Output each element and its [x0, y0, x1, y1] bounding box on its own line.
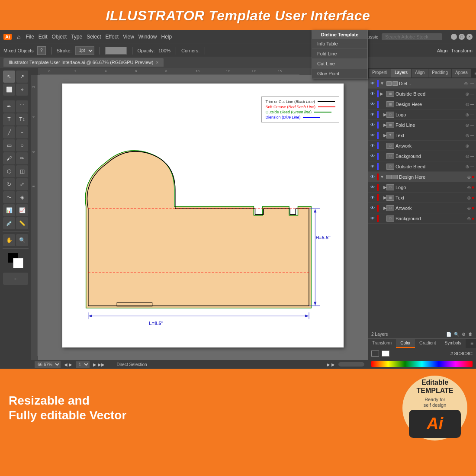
layer-outside-bleed-2[interactable]: 👁 ▶ □ Outside Bleed ◎ —	[368, 161, 476, 172]
layers-panel[interactable]: 👁 ▼ Diel... ◎ — 👁 ▶ ▦	[368, 78, 476, 330]
target-icon[interactable]: ◎	[467, 185, 471, 190]
white-swatch[interactable]	[382, 351, 389, 357]
tab-align[interactable]: Align	[412, 69, 428, 77]
lock-icon[interactable]: —	[470, 123, 474, 127]
background-swatch[interactable]	[13, 258, 23, 268]
line-tool[interactable]: ╱	[3, 126, 15, 138]
lock-icon[interactable]: ■	[472, 185, 474, 190]
hand-tool[interactable]: ✋	[3, 234, 15, 246]
eye-icon[interactable]: 👁	[370, 122, 376, 127]
expand-btn[interactable]: ▶	[380, 112, 385, 117]
minimize-button[interactable]: —	[451, 34, 457, 40]
layer-background-2[interactable]: 👁 ▶ □ Background ◎ ■	[368, 213, 476, 224]
curvature-tool[interactable]: ⌒	[16, 100, 28, 113]
panel-menu-icon[interactable]: ≡	[472, 69, 476, 77]
eye-icon[interactable]: 👁	[370, 164, 376, 169]
target-icon[interactable]: ◎	[466, 154, 469, 158]
eye-icon[interactable]: 👁	[370, 216, 376, 221]
lock-icon[interactable]: ■	[472, 206, 474, 210]
expand-btn[interactable]: ▶	[380, 206, 385, 210]
eye-icon[interactable]: 👁	[370, 91, 376, 96]
expand-btn[interactable]: ▶	[380, 133, 385, 138]
tab-properties[interactable]: Properti	[369, 69, 391, 77]
menu-view[interactable]: View	[123, 34, 134, 40]
fill-stroke-icon[interactable]	[371, 351, 379, 357]
ellipse-tool[interactable]: ○	[16, 139, 28, 151]
target-icon[interactable]: ◎	[466, 102, 469, 106]
pencil-tool[interactable]: ✏	[16, 152, 28, 164]
menu-type[interactable]: Type	[71, 34, 82, 40]
tab-padding[interactable]: Padding	[428, 69, 451, 77]
layer-fold-line[interactable]: 👁 ▶ ▦ Fold Line ◎ —	[368, 120, 476, 130]
layer-section-1-header[interactable]: 👁 ▼ Diel... ◎ —	[368, 78, 476, 89]
delete-layer-btn[interactable]: 🗑	[468, 332, 473, 337]
search-stock-input[interactable]	[382, 33, 442, 40]
eraser-tool[interactable]: ◫	[16, 165, 28, 177]
layer-design-here-1[interactable]: 👁 ▶ ▦ Design Here ◎ —	[368, 99, 476, 109]
lock-icon[interactable]: —	[470, 154, 474, 158]
artboard-tool[interactable]: ⬜	[3, 84, 15, 96]
zoom-select[interactable]: 66.67% 100% 50%	[35, 361, 61, 368]
target-icon[interactable]: ◎	[466, 164, 469, 169]
layer-background-1[interactable]: 👁 ▶ □ Background ◎ —	[368, 151, 476, 161]
eye-icon[interactable]: 👁	[370, 133, 376, 138]
direct-select-tool[interactable]: ↗	[16, 71, 28, 83]
layer-logo-1[interactable]: 👁 ▶ □ Logo ◎ —	[368, 109, 476, 120]
layer-artwork-1[interactable]: 👁 ▶ □ Artwork ◎ —	[368, 141, 476, 151]
layer-outside-bleed-1[interactable]: 👁 ▶ ▦ Outside Bleed ◎ —	[368, 89, 476, 99]
lasso-tool[interactable]: ⌖	[16, 84, 28, 96]
layer-section-2-header[interactable]: 👁 ▼ Design Here ◎ ■	[368, 172, 476, 182]
tab-appea[interactable]: Appea	[452, 69, 471, 77]
target-icon[interactable]: ◎	[466, 123, 469, 127]
target-icon[interactable]: ◎	[467, 216, 471, 221]
menu-select[interactable]: Select	[87, 34, 101, 40]
menu-window[interactable]: Window	[138, 34, 157, 40]
new-layer-btn[interactable]: 📄	[446, 332, 451, 337]
layer-target-icon[interactable]: ◎	[463, 81, 469, 86]
zoom-tool[interactable]: 🔍	[16, 234, 28, 246]
eye-icon[interactable]: 👁	[370, 102, 376, 106]
object-type-icon[interactable]: ?	[37, 46, 46, 55]
lock-icon[interactable]: —	[470, 144, 474, 148]
target-icon[interactable]: ◎	[466, 92, 469, 96]
layer-text-2[interactable]: 👁 ▶ ▦ Text ◎ ■	[368, 193, 476, 203]
puppet-tool[interactable]: ◈	[16, 191, 28, 203]
layer-artwork-2[interactable]: 👁 ▶ □ Artwork ◎ ■	[368, 203, 476, 213]
tab-transform[interactable]: Transform	[368, 339, 396, 348]
artboard-nav[interactable]: ▶ ▶	[327, 362, 335, 367]
lock-icon[interactable]: ■	[472, 196, 474, 200]
expand-icon[interactable]: ▼	[380, 81, 385, 86]
eye-icon[interactable]: 👁	[370, 206, 376, 210]
paintbrush-tool[interactable]: 🖌	[3, 152, 15, 164]
lock-icon[interactable]: —	[470, 164, 474, 169]
eye-icon[interactable]: 👁	[370, 185, 376, 190]
measure-tool[interactable]: 📏	[16, 217, 28, 229]
touch-type-tool[interactable]: T↕	[16, 113, 28, 125]
swatch-pair[interactable]	[8, 253, 23, 268]
target-icon[interactable]: ◎	[467, 206, 471, 210]
chart-tool[interactable]: 📈	[16, 204, 28, 216]
rotate-tool[interactable]: ↻	[3, 178, 15, 190]
layer-eye-icon[interactable]: 👁	[370, 81, 376, 86]
menu-effect[interactable]: Effect	[106, 34, 119, 40]
target-icon[interactable]: ◎	[467, 175, 471, 179]
target-icon[interactable]: ◎	[466, 144, 469, 148]
expand-btn[interactable]: ▶	[380, 91, 385, 96]
eye-icon[interactable]: 👁	[370, 174, 376, 179]
target-icon[interactable]: ◎	[467, 196, 471, 200]
home-icon[interactable]: ⌂	[17, 33, 20, 40]
warp-tool[interactable]: 〜	[3, 191, 15, 203]
layer-options-icon[interactable]: ⚙	[462, 332, 466, 337]
target-icon[interactable]: ◎	[466, 113, 469, 117]
tab-color[interactable]: Color	[396, 339, 415, 348]
tab-gradient[interactable]: Gradient	[415, 339, 440, 348]
eye-icon[interactable]: 👁	[370, 112, 376, 117]
select-tool[interactable]: ↖	[3, 71, 15, 83]
lock-icon[interactable]: —	[470, 113, 474, 117]
expand-btn[interactable]: ▼	[380, 174, 385, 179]
layer-lock-icon[interactable]: —	[470, 81, 474, 86]
target-icon[interactable]: ◎	[466, 133, 469, 138]
menu-object[interactable]: Object	[52, 34, 67, 40]
layer-logo-2[interactable]: 👁 ▶ □ Logo ◎ ■	[368, 182, 476, 193]
tab-symbols[interactable]: Symbols	[440, 339, 465, 348]
